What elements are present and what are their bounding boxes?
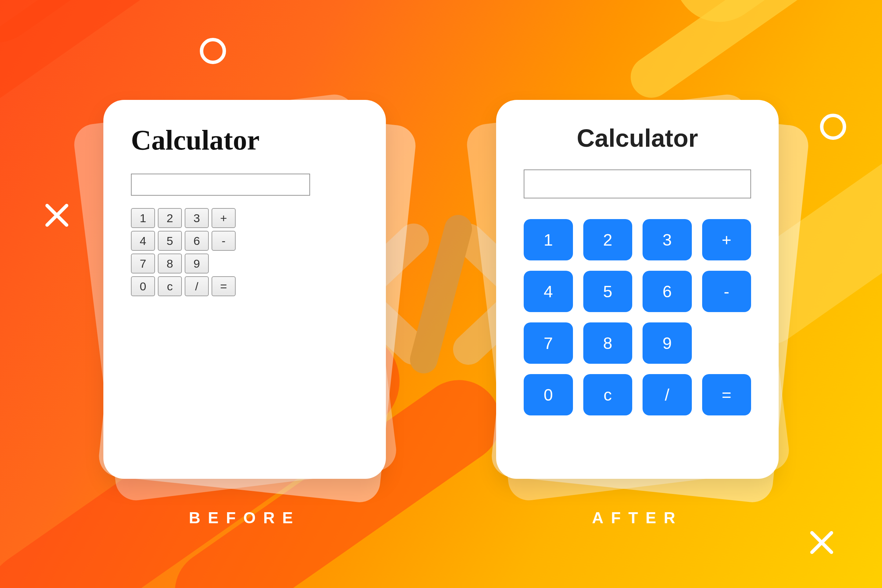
key-6[interactable]: 6 <box>642 271 692 312</box>
key-clear[interactable]: c <box>583 374 633 416</box>
key-divide[interactable]: / <box>642 374 692 416</box>
key-3[interactable]: 3 <box>184 208 209 228</box>
bg-pill <box>622 0 882 106</box>
after-card: Calculator 1 2 3 + 4 5 6 - 7 8 9 0 c / = <box>496 100 778 479</box>
key-8[interactable]: 8 <box>158 254 182 273</box>
x-icon <box>810 531 834 555</box>
comparison-graphic: Calculator 1 2 3 + 4 5 6 - 7 8 9 0 c / = <box>0 0 882 588</box>
key-plus[interactable]: + <box>702 219 752 260</box>
key-6[interactable]: 6 <box>184 231 209 251</box>
before-card-stack: Calculator 1 2 3 + 4 5 6 - 7 8 9 0 c / = <box>104 100 386 479</box>
key-minus[interactable]: - <box>212 231 236 251</box>
key-2[interactable]: 2 <box>158 208 182 228</box>
calculator-display[interactable] <box>131 174 310 196</box>
key-minus[interactable]: - <box>702 271 752 312</box>
key-9[interactable]: 9 <box>642 322 692 364</box>
svg-line-0 <box>424 229 458 360</box>
key-plus[interactable]: + <box>212 208 236 228</box>
calculator-keypad: 1 2 3 + 4 5 6 - 7 8 9 0 c / = <box>524 219 751 416</box>
calculator-keypad: 1 2 3 + 4 5 6 - 7 8 9 0 c / = <box>131 208 236 296</box>
calculator-title: Calculator <box>524 124 751 152</box>
key-2[interactable]: 2 <box>583 219 633 260</box>
after-card-stack: Calculator 1 2 3 + 4 5 6 - 7 8 9 0 c / = <box>496 100 778 479</box>
before-label: BEFORE <box>189 508 300 527</box>
circle-icon <box>200 38 226 64</box>
calculator-display[interactable] <box>524 170 751 198</box>
key-1[interactable]: 1 <box>131 208 155 228</box>
before-card: Calculator 1 2 3 + 4 5 6 - 7 8 9 0 c / = <box>104 100 386 479</box>
key-0[interactable]: 0 <box>131 276 155 296</box>
key-equals[interactable]: = <box>702 374 752 416</box>
key-5[interactable]: 5 <box>158 231 182 251</box>
key-clear[interactable]: c <box>158 276 182 296</box>
key-equals[interactable]: = <box>212 276 236 296</box>
after-label: AFTER <box>592 508 682 527</box>
key-7[interactable]: 7 <box>131 254 155 273</box>
key-3[interactable]: 3 <box>642 219 692 260</box>
calculator-title: Calculator <box>131 124 358 156</box>
key-5[interactable]: 5 <box>583 271 633 312</box>
circle-icon <box>820 114 846 140</box>
x-icon <box>45 203 69 227</box>
key-0[interactable]: 0 <box>524 374 573 416</box>
key-4[interactable]: 4 <box>524 271 573 312</box>
key-7[interactable]: 7 <box>524 322 573 364</box>
key-1[interactable]: 1 <box>524 219 573 260</box>
key-8[interactable]: 8 <box>583 322 633 364</box>
key-4[interactable]: 4 <box>131 231 155 251</box>
key-9[interactable]: 9 <box>184 254 209 273</box>
key-divide[interactable]: / <box>184 276 209 296</box>
